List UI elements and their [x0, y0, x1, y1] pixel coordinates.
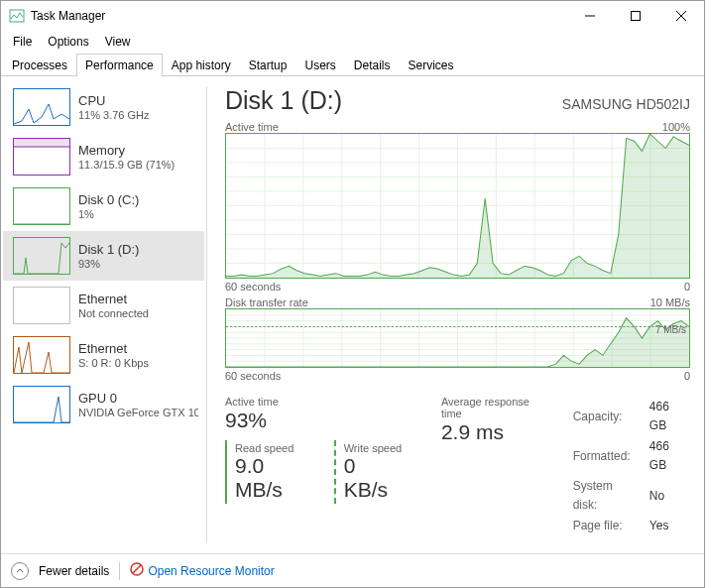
open-resource-monitor-link[interactable]: Open Resource Monitor [130, 562, 274, 579]
sidebar-item-sub: NVIDIA GeForce GTX 1070 [78, 407, 198, 418]
chart1-xleft: 60 seconds [225, 281, 281, 293]
sidebar-item-ethernet[interactable]: Ethernet S: 0 R: 0 Kbps [3, 330, 204, 380]
chart1-label: Active time [225, 121, 279, 133]
main-panel: Disk 1 (D:) SAMSUNG HD502IJ Active time … [207, 76, 704, 553]
read-speed-label: Read speed [235, 442, 315, 454]
sidebar-item-ethernet[interactable]: Ethernet Not connected [3, 281, 204, 330]
tab-app-history[interactable]: App history [163, 54, 240, 76]
write-speed-label: Write speed [344, 442, 404, 454]
svg-line-51 [133, 565, 141, 573]
prop-val: Yes [649, 517, 688, 535]
thumb-chart [13, 88, 70, 126]
sidebar-item-disk-0-c-[interactable]: Disk 0 (C:) 1% [3, 181, 204, 231]
menubar: File Options View [1, 31, 704, 53]
sidebar-item-title: CPU [78, 93, 150, 108]
read-speed: 9.0 MB/s [235, 454, 315, 502]
chart1-max: 100% [662, 121, 690, 133]
prop-key: Formatted: [573, 437, 647, 475]
fewer-details-button[interactable]: Fewer details [39, 564, 109, 578]
avg-response-label: Average response time [441, 396, 551, 419]
svg-rect-5 [14, 139, 69, 147]
sidebar-item-sub: 1% [78, 208, 139, 220]
tab-services[interactable]: Services [400, 54, 463, 76]
sidebar-item-sub: 11.3/15.9 GB (71%) [78, 159, 175, 171]
chart2-xleft: 60 seconds [225, 370, 281, 382]
prop-key: System disk: [573, 477, 647, 515]
sidebar-item-memory[interactable]: Memory 11.3/15.9 GB (71%) [3, 132, 204, 181]
write-speed: 0 KB/s [344, 454, 404, 502]
disk-model: SAMSUNG HD502IJ [562, 96, 690, 112]
menu-view[interactable]: View [97, 33, 139, 51]
sidebar-item-sub: S: 0 R: 0 Kbps [78, 357, 149, 369]
tab-details[interactable]: Details [345, 54, 400, 76]
prop-key: Page file: [573, 517, 647, 535]
app-icon [9, 8, 25, 24]
transfer-rate-chart: 7 MB/s [225, 308, 690, 368]
fewer-details-icon[interactable] [11, 562, 29, 580]
prop-val: 466 GB [649, 398, 688, 435]
thumb-chart [13, 386, 70, 423]
tab-startup[interactable]: Startup [240, 54, 296, 76]
window-title: Task Manager [31, 9, 567, 23]
thumb-chart [13, 237, 70, 275]
prop-val: 466 GB [649, 437, 688, 475]
sidebar-item-title: Memory [78, 143, 175, 158]
tab-strip: Processes Performance App history Startu… [1, 53, 704, 76]
page-title: Disk 1 (D:) [225, 86, 342, 115]
footer: Fewer details Open Resource Monitor [1, 553, 704, 587]
sidebar: CPU 11% 3.76 GHz Memory 11.3/15.9 GB (71… [1, 76, 206, 553]
sidebar-item-cpu[interactable]: CPU 11% 3.76 GHz [3, 82, 204, 132]
tab-performance[interactable]: Performance [76, 54, 163, 76]
sidebar-item-title: Ethernet [78, 341, 149, 356]
chart2-max: 10 MB/s [650, 296, 690, 308]
sidebar-item-title: Disk 1 (D:) [78, 242, 139, 257]
thumb-chart [13, 187, 70, 225]
sidebar-item-disk-1-d-[interactable]: Disk 1 (D:) 93% [3, 231, 204, 281]
resource-monitor-icon [130, 562, 144, 579]
chart2-xright: 0 [684, 370, 690, 382]
prop-val: No [649, 477, 688, 515]
tab-users[interactable]: Users [295, 54, 344, 76]
chart2-threshold-label: 7 MB/s [655, 324, 686, 335]
sidebar-item-sub: Not connected [78, 307, 149, 319]
avg-response: 2.9 ms [441, 420, 551, 444]
svg-rect-2 [632, 12, 641, 21]
titlebar: Task Manager [1, 1, 704, 31]
active-time-chart [225, 133, 690, 279]
prop-key: Capacity: [573, 398, 647, 435]
close-button[interactable] [658, 1, 704, 31]
chart2-label: Disk transfer rate [225, 296, 308, 308]
thumb-chart [13, 138, 70, 176]
thumb-chart [13, 336, 70, 374]
maximize-button[interactable] [613, 1, 658, 31]
thumb-chart [13, 287, 70, 324]
chart1-xright: 0 [684, 281, 690, 293]
sidebar-item-sub: 11% 3.76 GHz [78, 109, 150, 121]
separator [119, 562, 120, 580]
sidebar-item-title: GPU 0 [78, 391, 198, 406]
menu-options[interactable]: Options [40, 33, 96, 51]
minimize-button[interactable] [567, 1, 613, 31]
menu-file[interactable]: File [5, 33, 40, 51]
disk-properties: Capacity:466 GBFormatted:466 GBSystem di… [571, 396, 690, 537]
active-time-stat: 93% [225, 409, 421, 432]
sidebar-item-title: Ethernet [78, 292, 149, 306]
tab-processes[interactable]: Processes [3, 54, 76, 76]
active-time-stat-label: Active time [225, 396, 421, 408]
sidebar-item-gpu-0[interactable]: GPU 0 NVIDIA GeForce GTX 1070 [3, 380, 204, 429]
sidebar-item-title: Disk 0 (C:) [78, 192, 139, 207]
sidebar-item-sub: 93% [78, 258, 139, 270]
